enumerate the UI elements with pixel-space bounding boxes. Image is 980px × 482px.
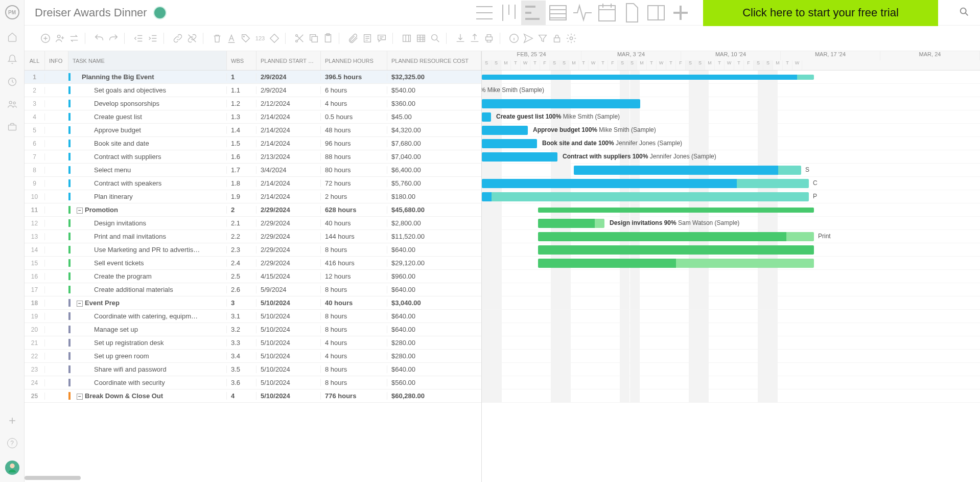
svg-point-21	[432, 34, 437, 40]
table-row[interactable]: 24Coordinate with security3.65/10/20248 …	[25, 376, 481, 389]
svg-point-2	[13, 102, 15, 104]
table-row[interactable]: 9Contract with speakers1.82/14/202472 ho…	[25, 177, 481, 190]
table-row[interactable]: 13Print and mail invitations2.22/29/2024…	[25, 230, 481, 243]
app-logo[interactable]: PM	[5, 5, 19, 19]
table-row[interactable]: 6Book site and date1.52/14/202496 hours$…	[25, 137, 481, 150]
col-all[interactable]: ALL	[25, 51, 45, 70]
table-row[interactable]: 10Plan itinerary1.92/14/20242 hours$180.…	[25, 190, 481, 203]
unlink-icon[interactable]	[186, 33, 198, 44]
add-person-icon[interactable]	[54, 33, 65, 44]
user-avatar[interactable]	[5, 461, 19, 475]
zoom-icon[interactable]	[430, 33, 441, 44]
comment-icon[interactable]	[376, 33, 387, 44]
table-row[interactable]: 11−Promotion22/29/2024628 hours$45,680.0…	[25, 203, 481, 217]
table-row[interactable]: 4Create guest list1.32/14/20240.5 hours$…	[25, 110, 481, 124]
export-icon[interactable]	[469, 33, 480, 44]
table-row[interactable]: 3Develop sponsorships1.22/12/20244 hours…	[25, 97, 481, 110]
owner-avatar[interactable]	[153, 6, 167, 19]
trash-icon[interactable]	[212, 33, 223, 44]
paste-icon[interactable]	[322, 33, 334, 44]
undo-icon[interactable]	[94, 33, 105, 44]
lock-icon[interactable]	[551, 33, 563, 44]
svg-point-11	[57, 35, 60, 38]
svg-rect-20	[417, 35, 425, 41]
gantt-chart: FEB, 25 '24MAR, 3 '24MAR, 10 '24MAR, 17 …	[482, 51, 980, 482]
table-row[interactable]: 18−Event Prep35/10/202440 hours$3,040.00	[25, 296, 481, 310]
outdent-icon[interactable]	[133, 33, 144, 44]
table-row[interactable]: 2Set goals and objectives1.12/9/20246 ho…	[25, 84, 481, 97]
tag-icon[interactable]	[240, 33, 251, 44]
print-icon[interactable]	[483, 33, 495, 44]
gantt-body[interactable]: 0% Mike Smith (Sample)Create guest list …	[482, 71, 980, 482]
diamond-icon[interactable]	[269, 33, 280, 44]
table-row[interactable]: 21Set up registration desk3.35/10/20244 …	[25, 336, 481, 350]
bell-icon[interactable]	[7, 54, 17, 64]
gear-icon[interactable]	[566, 33, 577, 44]
table-row[interactable]: 5Approve budget1.42/14/202448 hours$4,32…	[25, 124, 481, 137]
view-panel-icon[interactable]	[644, 1, 668, 25]
table-row[interactable]: 17Create additional materials2.65/9/2024…	[25, 283, 481, 296]
table-row[interactable]: 1Planning the Big Event12/9/2024396.5 ho…	[25, 71, 481, 84]
table-row[interactable]: 20Manage set up3.25/10/20248 hours$640.0…	[25, 323, 481, 336]
table-row[interactable]: 8Select menu1.73/4/202480 hours$6,400.00	[25, 164, 481, 177]
grid-body[interactable]: 1Planning the Big Event12/9/2024396.5 ho…	[25, 71, 481, 482]
copy-icon[interactable]	[308, 33, 319, 44]
redo-icon[interactable]	[108, 33, 119, 44]
view-add-icon[interactable]	[668, 1, 693, 25]
filter-icon[interactable]	[537, 33, 548, 44]
horizontal-scrollbar[interactable]	[25, 476, 81, 480]
people-icon[interactable]	[7, 99, 17, 109]
numbering-icon[interactable]: 123	[254, 33, 266, 44]
svg-point-9	[961, 8, 966, 13]
project-title: Dreiser Awards Dinner	[35, 6, 147, 19]
view-tabs	[472, 1, 693, 25]
svg-point-1	[9, 101, 12, 104]
view-calendar-icon[interactable]	[595, 1, 619, 25]
col-name[interactable]: TASK NAME	[68, 51, 227, 70]
table-row[interactable]: 16Create the program2.54/15/202412 hours…	[25, 270, 481, 283]
table-row[interactable]: 12Design invitations2.12/29/202440 hours…	[25, 217, 481, 230]
home-icon[interactable]	[7, 32, 17, 42]
columns-icon[interactable]	[401, 33, 412, 44]
add-task-icon[interactable]	[40, 33, 51, 44]
table-row[interactable]: 25−Break Down & Close Out45/10/2024776 h…	[25, 389, 481, 403]
col-hours[interactable]: PLANNED HOURS	[321, 51, 387, 70]
col-start[interactable]: PLANNED START …	[256, 51, 321, 70]
add-icon[interactable]	[7, 416, 17, 426]
briefcase-icon[interactable]	[7, 122, 17, 132]
trial-button[interactable]: Click here to start your free trial	[703, 0, 938, 26]
text-color-icon[interactable]	[226, 33, 237, 44]
send-icon[interactable]	[523, 33, 534, 44]
help-icon[interactable]: ?	[7, 438, 17, 448]
col-cost[interactable]: PLANNED RESOURCE COST	[387, 51, 481, 70]
view-board-icon[interactable]	[497, 1, 521, 25]
svg-rect-22	[486, 37, 493, 40]
task-grid: ALL INFO TASK NAME WBS PLANNED START … P…	[25, 51, 482, 482]
cut-icon[interactable]	[294, 33, 305, 44]
grid-icon[interactable]	[415, 33, 427, 44]
notes-icon[interactable]	[362, 33, 373, 44]
table-row[interactable]: 22Set up green room3.45/10/20244 hours$2…	[25, 350, 481, 363]
search-icon[interactable]	[959, 6, 970, 19]
table-row[interactable]: 23Share wifi and password3.55/10/20248 h…	[25, 363, 481, 376]
table-row[interactable]: 7Contract with suppliers1.62/13/202488 h…	[25, 150, 481, 164]
col-wbs[interactable]: WBS	[227, 51, 256, 70]
clock-icon[interactable]	[7, 77, 17, 87]
attach-icon[interactable]	[347, 33, 359, 44]
view-list-icon[interactable]	[472, 1, 497, 25]
import-icon[interactable]	[455, 33, 466, 44]
info-icon[interactable]	[508, 33, 520, 44]
view-file-icon[interactable]	[619, 1, 644, 25]
view-activity-icon[interactable]	[570, 1, 595, 25]
table-row[interactable]: 15Sell event tickets2.42/29/2024416 hour…	[25, 257, 481, 270]
svg-rect-3	[8, 125, 16, 130]
indent-icon[interactable]	[147, 33, 158, 44]
swap-icon[interactable]	[68, 33, 80, 44]
table-row[interactable]: 14Use Marketing and PR to advertis…2.32/…	[25, 243, 481, 257]
col-info[interactable]: INFO	[45, 51, 68, 70]
svg-point-5	[10, 464, 14, 468]
view-gantt-icon[interactable]	[521, 1, 546, 25]
table-row[interactable]: 19Coordinate with catering, equipm…3.15/…	[25, 310, 481, 323]
view-sheet-icon[interactable]	[546, 1, 570, 25]
link-icon[interactable]	[172, 33, 183, 44]
